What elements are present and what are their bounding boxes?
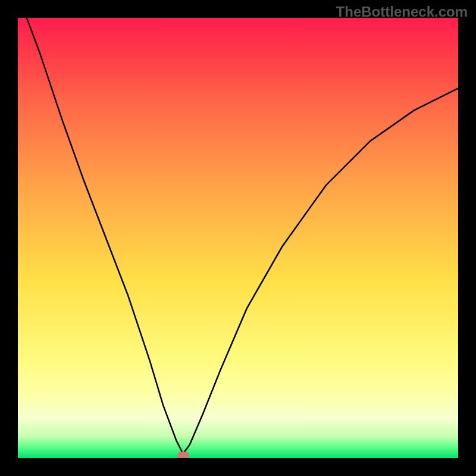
optimal-point-marker — [177, 452, 189, 458]
watermark-text: TheBottleneck.com — [336, 4, 468, 20]
chart-plot-area — [18, 18, 458, 458]
bottleneck-curve — [18, 18, 458, 458]
